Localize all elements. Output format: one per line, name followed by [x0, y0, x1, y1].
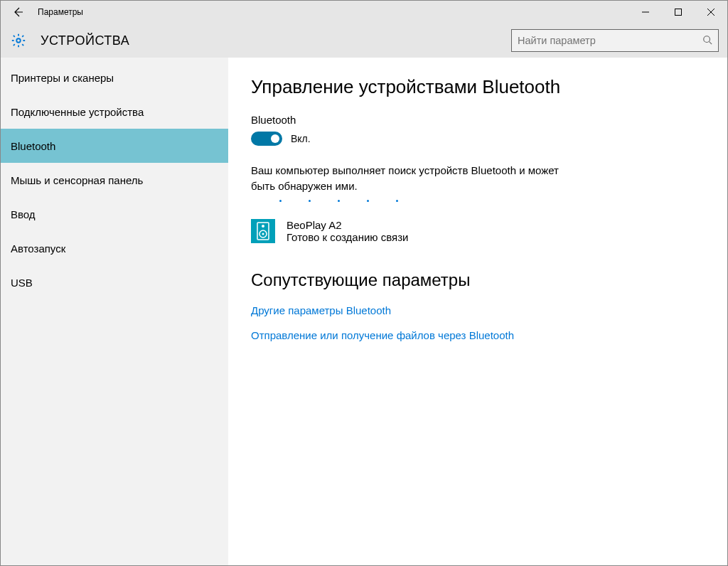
dot-icon — [338, 200, 340, 202]
sidebar-item-label: USB — [11, 277, 33, 289]
bluetooth-toggle-row: Вкл. — [251, 132, 706, 146]
arrow-left-icon — [12, 6, 23, 18]
device-name: BeoPlay A2 — [287, 219, 408, 231]
sidebar-item-label: Подключенные устройства — [11, 106, 144, 118]
status-text: Ваш компьютер выполняет поиск устройств … — [251, 163, 564, 194]
svg-point-1 — [16, 38, 21, 43]
link-send-receive-files[interactable]: Отправление или получение файлов через B… — [251, 329, 706, 341]
sidebar-item-bluetooth[interactable]: Bluetooth — [1, 129, 228, 163]
dot-icon — [396, 200, 398, 202]
device-info: BeoPlay A2 Готово к созданию связи — [287, 219, 408, 243]
header: УСТРОЙСТВА — [1, 23, 727, 58]
sidebar-item-label: Мышь и сенсорная панель — [11, 174, 143, 186]
sidebar-item-autoplay[interactable]: Автозапуск — [1, 231, 228, 265]
minimize-button[interactable] — [629, 1, 662, 23]
search-input[interactable] — [518, 35, 702, 46]
related-heading: Сопутствующие параметры — [251, 270, 706, 290]
sidebar-item-input[interactable]: Ввод — [1, 197, 228, 231]
link-more-bluetooth[interactable]: Другие параметры Bluetooth — [251, 304, 706, 316]
search-box[interactable] — [511, 29, 719, 52]
close-button[interactable] — [695, 1, 727, 23]
sidebar-item-mouse-touchpad[interactable]: Мышь и сенсорная панель — [1, 163, 228, 197]
workspace: Принтеры и сканеры Подключенные устройст… — [1, 58, 727, 566]
svg-point-4 — [262, 225, 264, 228]
page-heading: Управление устройствами Bluetooth — [251, 76, 706, 98]
toggle-state-label: Вкл. — [291, 133, 311, 144]
bluetooth-label: Bluetooth — [251, 114, 706, 126]
content: Управление устройствами Bluetooth Blueto… — [228, 58, 727, 566]
dot-icon — [309, 200, 311, 202]
back-button[interactable] — [6, 1, 29, 23]
gear-icon — [11, 33, 26, 48]
speaker-icon — [251, 219, 275, 243]
sidebar-item-label: Автозапуск — [11, 242, 65, 255]
sidebar: Принтеры и сканеры Подключенные устройст… — [1, 58, 228, 566]
progress-indicator — [279, 200, 706, 202]
sidebar-item-connected-devices[interactable]: Подключенные устройства — [1, 95, 228, 129]
svg-point-6 — [262, 233, 264, 235]
device-row[interactable]: BeoPlay A2 Готово к созданию связи — [251, 219, 706, 243]
window-title: Параметры — [38, 7, 83, 17]
device-state: Готово к созданию связи — [287, 231, 408, 243]
dot-icon — [279, 200, 282, 202]
search-icon — [702, 35, 712, 47]
sidebar-item-printers[interactable]: Принтеры и сканеры — [1, 60, 228, 95]
svg-point-2 — [704, 36, 710, 42]
window-controls — [629, 1, 727, 23]
bluetooth-toggle[interactable] — [251, 132, 282, 146]
sidebar-item-label: Принтеры и сканеры — [11, 72, 114, 84]
dot-icon — [367, 200, 369, 202]
titlebar: Параметры — [1, 1, 727, 23]
toggle-knob-icon — [271, 134, 279, 143]
svg-rect-0 — [675, 9, 682, 16]
maximize-button[interactable] — [662, 1, 695, 23]
section-title: УСТРОЙСТВА — [41, 33, 129, 48]
sidebar-item-label: Bluetooth — [11, 140, 55, 152]
sidebar-item-label: Ввод — [11, 208, 36, 220]
sidebar-item-usb[interactable]: USB — [1, 265, 228, 299]
